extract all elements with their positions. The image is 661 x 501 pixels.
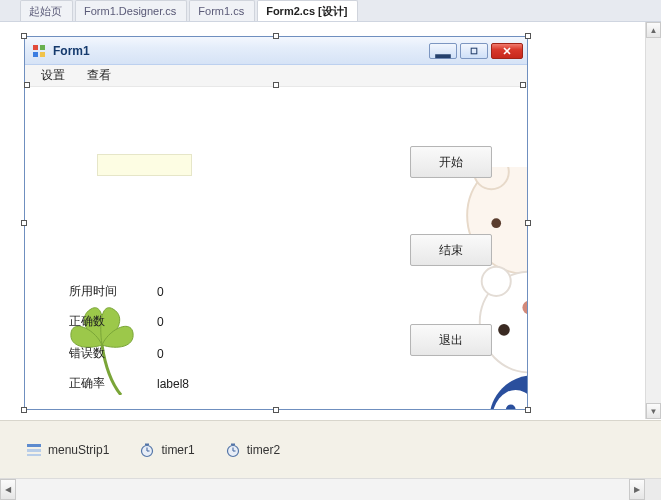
end-button[interactable]: 结束 [410, 234, 492, 266]
label-correct-key: 正确数 [69, 313, 157, 330]
handle-ne[interactable] [525, 33, 531, 39]
menu-item-view[interactable]: 查看 [87, 67, 111, 84]
svg-rect-22 [145, 443, 149, 445]
window-buttons [429, 43, 527, 59]
handle-menu-ne[interactable] [520, 82, 526, 88]
label-rate-val: label8 [157, 377, 189, 391]
designer-canvas[interactable]: Form1 设置 查看 [0, 22, 661, 420]
timer-icon [225, 442, 241, 458]
svg-rect-3 [40, 52, 45, 57]
svg-rect-1 [40, 45, 45, 50]
vertical-scrollbar[interactable]: ▲ ▼ [645, 22, 661, 419]
app-icon [31, 43, 47, 59]
handle-n[interactable] [273, 33, 279, 39]
designer-surface: Form1 设置 查看 [0, 22, 661, 420]
window-title: Form1 [53, 44, 429, 58]
svg-rect-0 [33, 45, 38, 50]
doc-tab-start[interactable]: 起始页 [20, 0, 73, 21]
svg-rect-16 [27, 444, 41, 447]
label-error-val: 0 [157, 347, 164, 361]
row-correct: 正确数 0 [69, 313, 164, 330]
handle-e[interactable] [525, 220, 531, 226]
component-tray: menuStrip1 timer1 timer2 [0, 420, 661, 478]
handle-menu-nw[interactable] [24, 82, 30, 88]
bottom-scrollbar-row: ◀ ▶ [0, 478, 661, 500]
label-time-key: 所用时间 [69, 283, 157, 300]
handle-sw[interactable] [21, 407, 27, 413]
handle-menu-n[interactable] [273, 82, 279, 88]
form-client-area: 开始 结束 退出 所用时间 0 正确数 0 错误数 0 正确率 [25, 87, 527, 409]
svg-rect-26 [231, 443, 235, 445]
horizontal-scrollbar[interactable]: ◀ ▶ [0, 479, 645, 500]
close-button[interactable] [491, 43, 523, 59]
size-grip[interactable] [645, 479, 661, 500]
handle-w[interactable] [21, 220, 27, 226]
label-rate-key: 正确率 [69, 375, 157, 392]
exit-button[interactable]: 退出 [410, 324, 492, 356]
doc-tab-form1-cs[interactable]: Form1.cs [189, 0, 255, 21]
scroll-right-icon[interactable]: ▶ [629, 479, 645, 500]
svg-rect-17 [27, 449, 41, 452]
tray-label-timer1: timer1 [161, 443, 194, 457]
label-time-val: 0 [157, 285, 164, 299]
scroll-down-icon[interactable]: ▼ [646, 403, 661, 419]
handle-se[interactable] [525, 407, 531, 413]
tray-item-timer1[interactable]: timer1 [139, 442, 194, 458]
doc-tab-designer-cs[interactable]: Form1.Designer.cs [75, 0, 187, 21]
menu-item-settings[interactable]: 设置 [41, 67, 65, 84]
row-rate: 正确率 label8 [69, 375, 189, 392]
maximize-button[interactable] [460, 43, 488, 59]
label-error-key: 错误数 [69, 345, 157, 362]
tray-label-menustrip: menuStrip1 [48, 443, 109, 457]
label-correct-val: 0 [157, 315, 164, 329]
handle-s[interactable] [273, 407, 279, 413]
row-error: 错误数 0 [69, 345, 164, 362]
tray-label-timer2: timer2 [247, 443, 280, 457]
svg-rect-2 [33, 52, 38, 57]
text-input[interactable] [97, 154, 192, 176]
tray-item-timer2[interactable]: timer2 [225, 442, 280, 458]
svg-point-8 [491, 218, 501, 228]
start-button[interactable]: 开始 [410, 146, 492, 178]
menustrip-icon [26, 442, 42, 458]
svg-point-11 [498, 324, 510, 336]
doc-tab-form2-design[interactable]: Form2.cs [设计] [257, 0, 358, 21]
handle-nw[interactable] [21, 33, 27, 39]
row-time: 所用时间 0 [69, 283, 164, 300]
timer-icon [139, 442, 155, 458]
minimize-button[interactable] [429, 43, 457, 59]
scroll-up-icon[interactable]: ▲ [646, 22, 661, 38]
svg-point-10 [482, 267, 511, 296]
document-tabs: 起始页 Form1.Designer.cs Form1.cs Form2.cs … [0, 0, 661, 22]
svg-rect-5 [471, 48, 477, 54]
svg-rect-18 [27, 454, 41, 456]
scroll-left-icon[interactable]: ◀ [0, 479, 16, 500]
background-art [397, 167, 527, 409]
titlebar: Form1 [25, 37, 527, 65]
form-window[interactable]: Form1 设置 查看 [24, 36, 528, 410]
tray-item-menustrip[interactable]: menuStrip1 [26, 442, 109, 458]
